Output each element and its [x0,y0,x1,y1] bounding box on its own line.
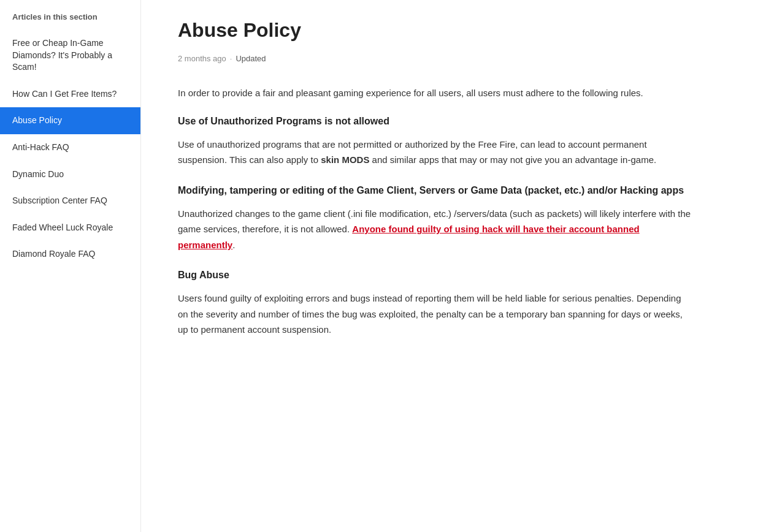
sidebar-item-diamond-royale[interactable]: Diamond Royale FAQ [0,241,140,268]
article-time: 2 months ago [178,54,226,63]
sidebar-item-dynamic-duo[interactable]: Dynamic Duo [0,161,140,188]
article-meta: 2 months ago · Updated [178,54,693,63]
article-intro: In order to provide a fair and pleasant … [178,85,693,101]
article-body: In order to provide a fair and pleasant … [178,85,693,338]
section-1-paragraph-1: Use of unauthorized programs that are no… [178,137,693,168]
main-content: Abuse Policy 2 months ago · Updated In o… [141,0,730,532]
section-bug-abuse: Bug Abuse Users found guilty of exploiti… [178,270,693,338]
section-2-paragraph-1: Unauthorized changes to the game client … [178,206,693,253]
section-modifying: Modifying, tampering or editing of the G… [178,185,693,253]
section-heading-2: Modifying, tampering or editing of the G… [178,185,693,196]
sidebar-item-subscription-center[interactable]: Subscription Center FAQ [0,188,140,215]
sidebar-item-abuse-policy[interactable]: Abuse Policy [0,107,140,134]
sidebar-item-how-get-free[interactable]: How Can I Get Free Items? [0,81,140,108]
section-2-period: . [232,240,235,250]
sidebar-section-title: Articles in this section [0,12,140,30]
section-1-text-2: and similar apps that may or may not giv… [369,154,656,165]
sidebar-item-anti-hack[interactable]: Anti-Hack FAQ [0,134,140,161]
article-meta-dot: · [230,54,232,63]
section-heading-1: Use of Unauthorized Programs is not allo… [178,116,693,127]
sidebar-item-free-cheap[interactable]: Free or Cheap In-Game Diamonds? It's Pro… [0,30,140,81]
section-unauthorized-programs: Use of Unauthorized Programs is not allo… [178,116,693,168]
sidebar-item-faded-wheel[interactable]: Faded Wheel Luck Royale [0,215,140,241]
article-meta-updated: Updated [235,54,266,63]
sidebar: Articles in this section Free or Cheap I… [0,0,141,532]
article-title: Abuse Policy [178,18,693,42]
section-heading-3: Bug Abuse [178,270,693,281]
section-3-paragraph-1: Users found guilty of exploiting errors … [178,291,693,338]
section-1-bold-1: skin MODS [321,154,369,165]
